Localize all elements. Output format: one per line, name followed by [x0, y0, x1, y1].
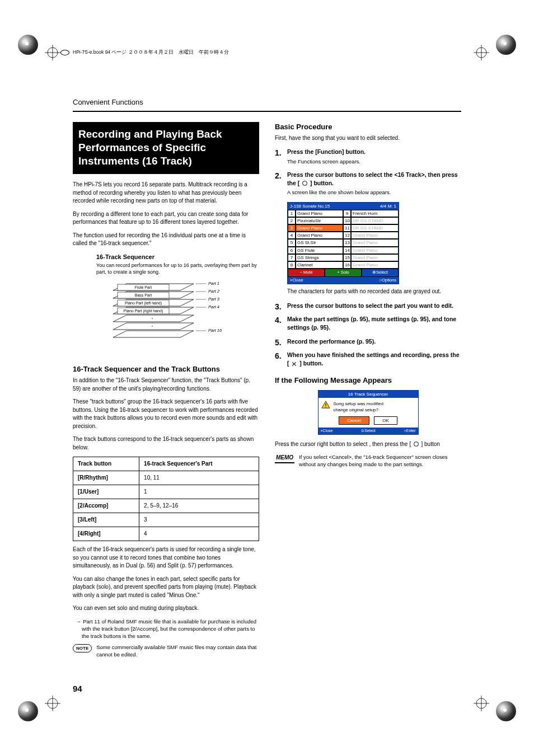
svg-marker-28 [113, 331, 194, 337]
dlg-body-text: Song setup was modified change original … [334, 401, 383, 413]
para-8: You can also change the tones in each pa… [73, 575, 259, 600]
table-row: [4/Right]4 [73, 527, 259, 541]
step-title: Make the part settings (p. 95), mute set… [287, 315, 461, 331]
svg-point-25 [152, 318, 153, 319]
crop-corner-tr [496, 35, 516, 55]
seq-num: 3 [288, 224, 296, 232]
step-title: Press the [Function] button. [287, 148, 461, 156]
seq-foot2-item: ×Close [290, 278, 303, 284]
section-rule [73, 111, 461, 112]
table-cell: 4 [139, 527, 259, 541]
crop-mark-br [474, 696, 489, 711]
circle-icon [302, 181, 307, 186]
seq-foot2-item: ○Options [380, 278, 396, 284]
inset-caption: You can record performances for up to 16… [96, 262, 259, 275]
table-cell: 3 [139, 513, 259, 527]
seq-part: Grand Piano [351, 261, 399, 269]
seq-num: 12 [343, 232, 351, 239]
right-column: Basic Procedure First, have the song tha… [275, 122, 461, 658]
heading-basic-procedure: Basic Procedure [275, 122, 461, 132]
seq-screen: J-138 Sonate No.154/4 M: 11Grand Piano9F… [287, 202, 399, 285]
after-dialog: Press the cursor right button to select … [275, 440, 461, 449]
circle-icon [414, 442, 419, 447]
screenshot-caption: The characters for parts with no recorde… [287, 288, 461, 296]
seq-foot-btn: + Solo [325, 269, 362, 277]
step-item: Press the cursor buttons to select the p… [275, 302, 461, 310]
seq-title-left: J-138 Sonate No.15 [290, 203, 330, 209]
seq-part: GS Flute [296, 247, 343, 254]
para-5: These "track buttons" group the 16-track… [73, 398, 259, 430]
section-label: Convenient Functions [73, 97, 461, 107]
svg-text:Piano Part (left hand): Piano Part (left hand) [125, 301, 162, 306]
warning-icon [321, 401, 330, 408]
seq-num: 1 [288, 210, 296, 217]
svg-marker-24 [113, 315, 194, 322]
x-icon [292, 361, 297, 366]
table-cell: [R/Rhythm] [73, 471, 139, 485]
dlg-title: 16 Track Sequencer [318, 391, 418, 398]
step-item: Make the part settings (p. 95), mute set… [275, 315, 461, 331]
seq-num: 16 [343, 261, 351, 269]
heading-if-message: If the Following Message Appears [275, 375, 461, 386]
svg-text:Part 16: Part 16 [208, 328, 222, 333]
svg-point-27 [152, 326, 153, 327]
seq-num: 14 [343, 247, 351, 254]
arrow-note: Part 11 of Roland SMF music file that is… [82, 618, 259, 640]
svg-text:Bass Part: Bass Part [135, 293, 152, 297]
step-item: Press the [Function] button.The Function… [275, 148, 461, 165]
para-1: The HPi-7S lets you record 16 separate p… [73, 181, 259, 205]
seq-part: DR GS STAND [351, 224, 399, 232]
memo-badge: MEMO [275, 454, 294, 463]
seq-part: French Horn [351, 210, 399, 217]
seq-num: 8 [288, 261, 296, 269]
seq-foot-btn: − Mute [288, 269, 325, 277]
step-sub: A screen like the one shown below appear… [287, 189, 461, 196]
note-row: NOTE Some commercially available SMF mus… [73, 644, 259, 659]
track-mapping-table: Track button 16-track Sequencer's Part [… [73, 457, 259, 541]
subheading-track-buttons: 16-Track Sequencer and the Track Buttons [73, 364, 259, 374]
crop-corner-tl [18, 35, 38, 55]
seq-num: 9 [343, 210, 351, 217]
svg-text:Part 3: Part 3 [208, 297, 220, 302]
memo-text: If you select <Cancel>, the "16-track Se… [299, 453, 461, 468]
step-sub: The Functions screen appears. [287, 158, 461, 165]
table-cell: [2/Accomp] [73, 499, 139, 513]
dlg-ok: OK [374, 416, 397, 425]
track-diagram: Flute PartBass PartPiano Part (left hand… [96, 279, 259, 354]
step-item: Press the cursor buttons to select the <… [275, 171, 461, 196]
seq-part: Clarinet [296, 261, 343, 269]
dlg-foot-close: ×Close [321, 428, 333, 434]
seq-foot-btn: ⊗Select [362, 269, 399, 277]
seq-part: Grand Piano [296, 210, 343, 217]
seq-num: 5 [288, 239, 296, 246]
seq-part: Grand Piano [351, 247, 399, 254]
sequencer-screenshot: J-138 Sonate No.154/4 M: 11Grand Piano9F… [287, 202, 461, 285]
seq-num: 6 [288, 247, 296, 254]
para-9: You can even set solo and muting during … [73, 604, 259, 613]
crop-mark-bl [45, 696, 60, 711]
para-7: Each of the 16-track sequencer's parts i… [73, 546, 259, 570]
table-cell: 10, 11 [139, 471, 259, 485]
svg-text:Part 4: Part 4 [208, 304, 219, 309]
seq-part: Grand Piano [296, 232, 343, 239]
seq-part: GS St.Str [296, 239, 343, 246]
seq-title-right: 4/4 M: 1 [380, 203, 396, 209]
svg-text:Piano Part (right hand): Piano Part (right hand) [124, 309, 163, 313]
step-title: Press the cursor buttons to select the <… [287, 171, 461, 187]
svg-marker-26 [113, 323, 194, 330]
left-column: Recording and Playing Back Performances … [73, 122, 259, 658]
basic-intro: First, have the song that you want to ed… [275, 134, 461, 143]
table-row: [R/Rhythm]10, 11 [73, 471, 259, 485]
th-seq-part: 16-track Sequencer's Part [139, 457, 259, 471]
table-row: [2/Accomp]2, 5–9, 12–16 [73, 499, 259, 513]
crop-corner-br [496, 701, 516, 721]
step-title: When you have finished the settings and … [287, 351, 461, 367]
note-badge: NOTE [73, 644, 92, 652]
seq-part: GS Strings [296, 254, 343, 261]
step-item: When you have finished the settings and … [275, 351, 461, 367]
memo-row: MEMO If you select <Cancel>, the "16-tra… [275, 453, 461, 468]
table-cell: [1/User] [73, 485, 139, 499]
inset-heading: 16-Track Sequencer [96, 253, 259, 261]
page-number: 94 [73, 683, 82, 694]
seq-part: Grand Piano [351, 254, 399, 261]
